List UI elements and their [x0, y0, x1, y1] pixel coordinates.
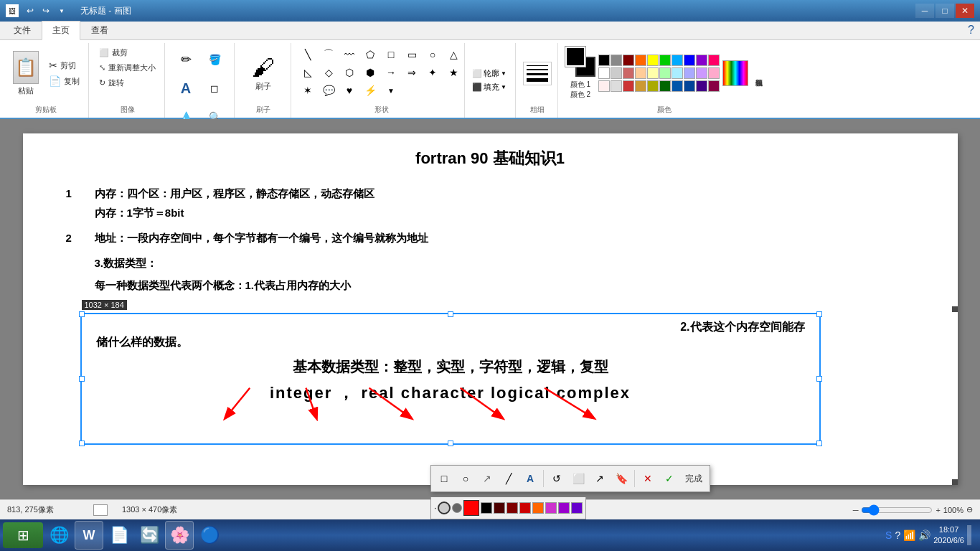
ft-text-button[interactable]: A	[520, 468, 540, 489]
handle-top-mid[interactable]	[448, 311, 453, 317]
fcp-color-crimson[interactable]	[519, 502, 531, 514]
swatch-black[interactable]	[598, 55, 610, 66]
copy-button[interactable]: 📄 复制	[46, 74, 83, 88]
canvas-area[interactable]: fortran 90 基础知识1 1 内存：四个区：用户区，程序区，静态存储区，…	[0, 119, 980, 499]
handle-bot-left[interactable]	[79, 441, 85, 446]
taskbar-wps[interactable]: W	[75, 521, 103, 550]
fcp-swatch-dark[interactable]	[452, 503, 462, 513]
swatch-lightgray[interactable]	[611, 67, 622, 79]
taskbar-browser2[interactable]: 🔵	[195, 521, 224, 550]
shape-line[interactable]: ╲	[298, 47, 317, 62]
swatch-s10[interactable]	[708, 80, 720, 92]
size-5px[interactable]	[527, 78, 548, 82]
shape-callout[interactable]: 💬	[319, 83, 338, 98]
zoom-in-button[interactable]: +	[936, 506, 940, 514]
shape-star5[interactable]: ★	[444, 65, 463, 80]
swatch-s7[interactable]	[672, 80, 683, 92]
swatch-s5[interactable]	[647, 80, 659, 92]
canvas-resize-mr[interactable]	[952, 306, 958, 312]
fcp-color-black[interactable]	[481, 502, 492, 514]
swatch-s1[interactable]	[598, 80, 610, 92]
swatch-lightblue[interactable]	[684, 67, 695, 79]
redo-button[interactable]: ↪	[39, 4, 53, 18]
shape-ellipse[interactable]: ○	[423, 47, 442, 62]
ft-cancel-button[interactable]: ✕	[638, 468, 658, 489]
size-3px[interactable]	[527, 73, 548, 75]
tab-home[interactable]: 主页	[42, 21, 80, 40]
taskbar-chrome[interactable]: 🌐	[44, 521, 73, 550]
handle-mid-right[interactable]	[816, 376, 822, 382]
shape-star4[interactable]: ✦	[423, 65, 442, 80]
swatch-lavender[interactable]	[696, 67, 707, 79]
minimize-button[interactable]: ─	[915, 4, 934, 18]
swatch-peach[interactable]	[635, 67, 646, 79]
ft-complete-button[interactable]: 完成	[681, 473, 707, 485]
size-lines[interactable]	[523, 62, 552, 85]
shape-rect[interactable]: □	[382, 47, 400, 62]
swatch-orange[interactable]	[635, 55, 646, 66]
ft-undo-button[interactable]: ↺	[547, 468, 567, 489]
shape-more[interactable]: ▼	[382, 83, 400, 98]
shape-pentagon[interactable]: ⬡	[340, 65, 359, 80]
start-button[interactable]: ⊞	[3, 522, 43, 548]
size-1px[interactable]	[527, 65, 548, 66]
ft-rect-button[interactable]: □	[434, 468, 454, 489]
swatch-s4[interactable]	[635, 80, 646, 92]
taskbar-pdf[interactable]: 📄	[105, 521, 133, 550]
swatch-s3[interactable]	[623, 80, 634, 92]
show-desktop-button[interactable]	[967, 525, 971, 545]
sougou-icon[interactable]: S	[885, 529, 892, 541]
fcp-dot1[interactable]: ·	[434, 503, 436, 513]
shape-roundrect[interactable]: ▭	[402, 47, 421, 62]
maximize-button[interactable]: □	[936, 4, 954, 18]
shape-rtri[interactable]: ◺	[298, 65, 317, 80]
selection-box[interactable]: 1032 × 184 2.代表这个内存空间能存 储什么样的数据。 基本数据类型：…	[80, 313, 821, 445]
ft-arrow-button[interactable]: ↗	[477, 468, 497, 489]
ft-paste-button[interactable]: ↗	[590, 468, 610, 489]
zoom-out-button[interactable]: ─	[853, 506, 859, 514]
swatch-cyan[interactable]	[672, 55, 683, 66]
fcp-swatch-gray[interactable]	[438, 501, 451, 514]
shape-freeform[interactable]: 〰	[340, 47, 359, 62]
ft-confirm-button[interactable]: ✓	[659, 468, 679, 489]
shape-star6[interactable]: ✶	[298, 83, 317, 98]
handle-top-left[interactable]	[79, 311, 85, 317]
handle-bot-right[interactable]	[816, 441, 822, 446]
fcp-color-violet[interactable]	[545, 502, 557, 514]
paste-button[interactable]: 📋 粘贴	[9, 48, 43, 99]
swatch-lightcyan[interactable]	[672, 67, 683, 79]
rotate-button[interactable]: ↻ 旋转	[96, 76, 127, 90]
outline-button[interactable]: ⬜ 轮廓 ▼	[469, 67, 509, 80]
taskbar-winamp[interactable]: 🔄	[135, 521, 164, 550]
swatch-s8[interactable]	[684, 80, 695, 92]
swatch-lightgreen[interactable]	[659, 67, 671, 79]
qa-dropdown[interactable]: ▼	[55, 4, 69, 18]
tab-file[interactable]: 文件	[3, 21, 42, 39]
fcp-color-darkred[interactable]	[494, 502, 505, 514]
handle-bot-mid[interactable]	[448, 441, 453, 446]
help-tray-icon[interactable]: ?	[895, 529, 900, 541]
shape-heart[interactable]: ♥	[340, 83, 359, 98]
swatch-lightpink[interactable]	[708, 67, 720, 79]
help-icon[interactable]: ?	[968, 24, 974, 39]
shape-diamond[interactable]: ◇	[319, 65, 338, 80]
fill-button[interactable]: 🪣	[201, 46, 228, 73]
cut-button[interactable]: ✂ 剪切	[46, 58, 83, 72]
ft-bookmark-button[interactable]: 🔖	[611, 468, 631, 489]
zoom-minus-icon[interactable]: ⊖	[966, 505, 973, 514]
resize-button[interactable]: ⤡ 重新调整大小	[96, 61, 159, 75]
shape-triangle[interactable]: △	[444, 47, 463, 62]
network-icon[interactable]: 📶	[903, 529, 915, 541]
fcp-color-purple[interactable]	[558, 502, 570, 514]
shape-arrow[interactable]: →	[382, 65, 400, 80]
size-2px[interactable]	[527, 69, 548, 70]
ft-ellipse-button[interactable]: ○	[456, 468, 476, 489]
fcp-color-orange[interactable]	[532, 502, 544, 514]
pencil-button[interactable]: ✏	[172, 46, 199, 73]
eraser-button[interactable]: ◻	[201, 75, 228, 102]
taskbar-paint[interactable]: 🌸	[165, 521, 194, 550]
swatch-s2[interactable]	[611, 80, 622, 92]
canvas-resize-br[interactable]	[952, 479, 958, 485]
fcp-color-red[interactable]	[463, 500, 479, 516]
handle-mid-left[interactable]	[79, 376, 85, 382]
